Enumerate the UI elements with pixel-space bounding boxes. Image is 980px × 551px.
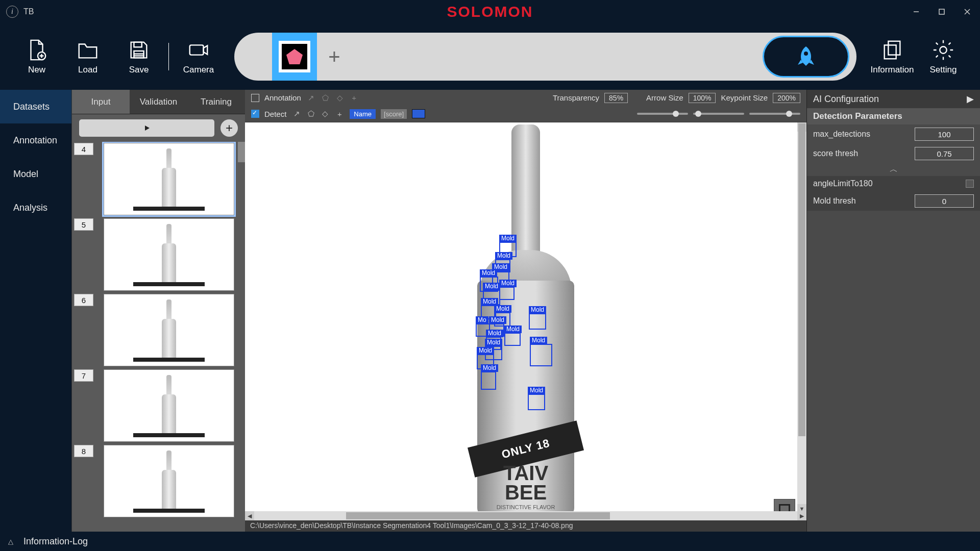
expand-icon[interactable]: ↗: [306, 93, 316, 103]
detection-label: Mo: [476, 316, 488, 324]
max-detections-input[interactable]: [915, 128, 974, 141]
ai-config-title: AI Configuration: [813, 94, 879, 105]
transparency-value[interactable]: 85%: [604, 93, 628, 103]
thumb-index: 7: [74, 369, 93, 382]
diamond-tool-icon[interactable]: ◇: [320, 109, 330, 119]
image-canvas[interactable]: ONLY 18 TAIVBEE DISTINCTIVE FLAVOR MoldM…: [245, 122, 806, 511]
titlebar: i TB SOLOMON: [0, 0, 980, 23]
plus-tool-icon[interactable]: +: [334, 109, 345, 119]
window-maximize-button[interactable]: [929, 0, 954, 23]
information-button[interactable]: Information: [867, 38, 918, 75]
diamond-tool-icon[interactable]: ◇: [335, 93, 345, 103]
detection-box[interactable]: Mold: [504, 333, 521, 346]
class-chip-1[interactable]: [272, 33, 317, 81]
chevron-right-icon[interactable]: ▶: [967, 93, 974, 105]
keypoint-size-label: Keypoint Size: [721, 93, 768, 102]
angle-limit-checkbox[interactable]: [966, 180, 974, 188]
setting-label: Setting: [930, 65, 957, 75]
dataset-subtabs: Input Validation Training: [72, 90, 245, 114]
canvas-toolbar: Annotation ↗ ⬠ ◇ + Transparency 85% Arro…: [245, 90, 806, 122]
detection-box[interactable]: Mold: [481, 371, 496, 390]
canvas-area: Annotation ↗ ⬠ ◇ + Transparency 85% Arro…: [245, 90, 806, 532]
subtab-validation[interactable]: Validation: [130, 90, 187, 114]
folder-icon: [76, 38, 100, 62]
expand-icon[interactable]: ↗: [291, 109, 302, 119]
thumb-image[interactable]: [104, 369, 234, 442]
collapse-toggle[interactable]: ︿: [807, 163, 980, 176]
slider-3[interactable]: [749, 113, 800, 115]
scroll-left-icon[interactable]: ◀: [245, 511, 254, 520]
save-button[interactable]: Save: [113, 38, 164, 75]
brand-logo: SOLOMON: [447, 3, 533, 20]
mold-thresh-label: Mold thresh: [813, 196, 856, 206]
score-pill[interactable]: [score]: [381, 109, 407, 119]
slider-2[interactable]: [693, 113, 744, 115]
leftnav-item-model[interactable]: Model: [0, 157, 71, 191]
slider-1[interactable]: [637, 113, 688, 115]
detection-box[interactable]: Mold: [499, 287, 514, 300]
thumbnail-list[interactable]: 4 5 6 7 8: [72, 142, 245, 532]
run-inference-button[interactable]: [763, 36, 849, 78]
detection-box[interactable]: Mold: [528, 394, 545, 410]
thumb-image[interactable]: [104, 143, 234, 215]
information-label: Information: [870, 65, 914, 75]
score-thresh-input[interactable]: [915, 147, 974, 160]
detect-checkbox[interactable]: [251, 110, 259, 118]
thumb-item[interactable]: 7: [74, 369, 243, 442]
window-minimize-button[interactable]: [903, 0, 929, 23]
thumb-item[interactable]: 6: [74, 294, 243, 366]
svg-rect-1: [939, 9, 944, 14]
camera-button[interactable]: Camera: [173, 38, 224, 75]
plus-tool-icon[interactable]: +: [349, 93, 359, 103]
mold-thresh-input[interactable]: [915, 194, 974, 208]
detection-box[interactable]: Mold: [530, 344, 552, 366]
thumb-item[interactable]: 4: [74, 143, 243, 215]
add-image-button[interactable]: +: [220, 119, 238, 137]
detection-label: Mold: [504, 325, 522, 333]
status-triangle-icon[interactable]: △: [8, 538, 13, 545]
thumb-image[interactable]: [104, 218, 234, 291]
load-button[interactable]: Load: [62, 38, 113, 75]
canvas-horizontal-scrollbar[interactable]: ◀ ▶: [245, 511, 806, 520]
thumb-item[interactable]: 8: [74, 445, 243, 517]
arrow-size-value[interactable]: 100%: [689, 93, 716, 103]
thumb-image[interactable]: [104, 294, 234, 366]
status-bar: △ Information-Log: [0, 532, 980, 551]
window-close-button[interactable]: [954, 0, 980, 23]
subtab-input[interactable]: Input: [72, 90, 130, 114]
file-new-icon: [25, 38, 48, 62]
angle-limit-label: angleLimitTo180: [813, 179, 873, 188]
pentagon-tool-icon[interactable]: ⬠: [321, 93, 331, 103]
new-button[interactable]: New: [11, 38, 62, 75]
thumb-index: 8: [74, 445, 93, 457]
scroll-right-icon[interactable]: ▶: [797, 511, 806, 520]
add-class-button[interactable]: +: [324, 46, 345, 67]
detection-label: Mold: [485, 339, 502, 346]
keypoint-size-value[interactable]: 200%: [773, 93, 800, 103]
info-pages-icon: [880, 38, 904, 62]
detect-label: Detect: [264, 110, 286, 118]
play-slider[interactable]: [79, 119, 214, 137]
thumb-index: 4: [74, 143, 93, 155]
status-log-label[interactable]: Information-Log: [23, 536, 88, 547]
pentagon-tool-icon[interactable]: ⬠: [306, 109, 316, 119]
score-thresh-label: score thresh: [813, 149, 858, 158]
detection-label: Mold: [495, 252, 512, 260]
bottle-label-text: TAIVBEE: [477, 463, 574, 502]
canvas-vertical-scrollbar[interactable]: ▲ ▼: [797, 122, 806, 513]
ai-config-header[interactable]: AI Configuration ▶: [807, 90, 980, 108]
svg-rect-11: [190, 45, 204, 55]
leftnav-item-datasets[interactable]: Datasets: [0, 90, 71, 123]
detection-box[interactable]: Mold: [529, 313, 546, 330]
info-icon[interactable]: i: [6, 6, 18, 18]
leftnav-item-annotation[interactable]: Annotation: [0, 123, 71, 157]
annotation-checkbox[interactable]: [251, 94, 259, 102]
subtab-training[interactable]: Training: [187, 90, 245, 114]
thumb-image[interactable]: [104, 445, 234, 517]
leftnav-item-analysis[interactable]: Analysis: [0, 191, 71, 224]
thumb-item[interactable]: 5: [74, 218, 243, 291]
main-toolbar: New Load Save Camera + Information Setti…: [0, 23, 980, 90]
detection-color-swatch[interactable]: [412, 109, 425, 118]
name-pill[interactable]: Name: [350, 109, 376, 119]
setting-button[interactable]: Setting: [918, 38, 969, 75]
